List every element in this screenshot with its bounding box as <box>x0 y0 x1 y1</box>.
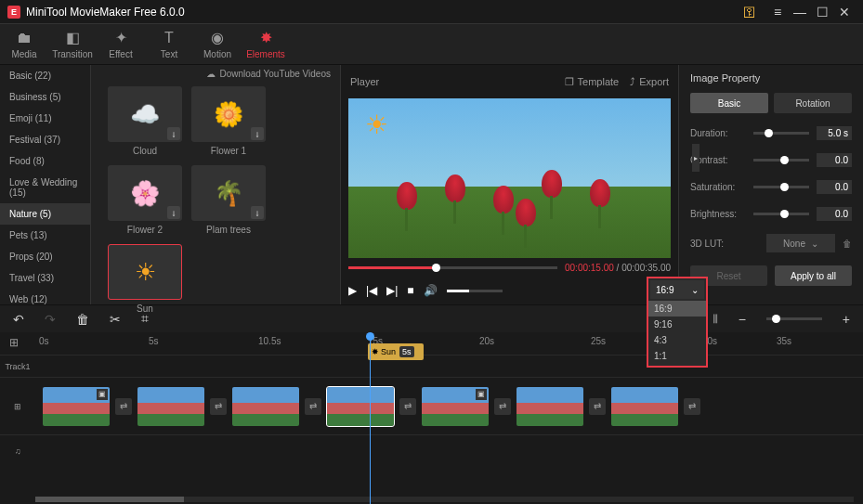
aspect-option-4-3[interactable]: 4:3 <box>648 332 706 348</box>
clip-2[interactable] <box>137 387 204 426</box>
player-title: Player <box>350 76 554 87</box>
close-button[interactable]: ✕ <box>833 3 856 21</box>
transition-slot[interactable]: ⇄ <box>305 398 321 415</box>
elements-panel: ☁Download YouTube Videos ☁️↓ Cloud 🌼↓ Fl… <box>91 65 340 304</box>
aspect-option-1-1[interactable]: 1:1 <box>648 348 706 364</box>
element-flower-1[interactable]: 🌼↓ Flower 1 <box>191 86 266 156</box>
transition-slot[interactable]: ⇄ <box>115 398 132 415</box>
tab-motion[interactable]: ◉Motion <box>193 24 242 65</box>
lut-select[interactable]: None⌄ <box>766 234 835 252</box>
contrast-slider[interactable] <box>753 159 809 162</box>
add-icon[interactable]: ↓ <box>167 127 180 140</box>
player-header: Player ❐Template ⤴Export <box>341 65 678 98</box>
tab-text[interactable]: TText <box>145 24 193 65</box>
transition-slot[interactable]: ⇄ <box>399 398 416 415</box>
aspect-ratio-dropdown[interactable]: 16:9⌄ 16:9 9:16 4:3 1:1 <box>647 277 708 368</box>
menu-icon[interactable]: ≡ <box>766 3 789 21</box>
app-logo: E <box>7 6 20 19</box>
crop-button[interactable]: ⌗ <box>141 311 149 327</box>
license-key-icon[interactable]: ⚿ <box>739 3 761 21</box>
brightness-label: Brightness: <box>690 209 746 219</box>
sidebar-item-food[interactable]: Food (8) <box>0 150 90 172</box>
prev-frame-button[interactable]: |◀ <box>366 284 377 297</box>
sidebar-item-business[interactable]: Business (5) <box>0 86 90 108</box>
ruler-toggle-icon[interactable]: ⊞ <box>9 336 19 349</box>
video-preview[interactable]: ☀ <box>348 98 671 258</box>
zoom-slider[interactable] <box>766 317 822 320</box>
download-youtube-link[interactable]: ☁Download YouTube Videos <box>91 65 340 83</box>
clip-6[interactable] <box>516 387 583 426</box>
playhead[interactable] <box>370 332 371 504</box>
next-frame-button[interactable]: ▶| <box>386 284 398 297</box>
duration-value[interactable]: 5.0 s <box>817 126 852 140</box>
sidebar-item-nature[interactable]: Nature (5) <box>0 203 90 225</box>
clip-4[interactable] <box>327 387 394 426</box>
transition-slot[interactable]: ⇄ <box>684 398 700 415</box>
volume-icon[interactable]: 🔊 <box>424 284 438 297</box>
split-button[interactable]: ✂ <box>110 312 121 327</box>
element-sun[interactable]: ☀ Sun <box>108 244 182 314</box>
sidebar-item-web[interactable]: Web (12) <box>0 289 90 304</box>
clip-5[interactable]: ▣ <box>422 387 489 426</box>
app-title: MiniTool MovieMaker Free 6.0.0 <box>26 6 739 19</box>
tab-effect[interactable]: ✦Effect <box>97 24 145 65</box>
current-time: 00:00:15.00 <box>565 263 614 273</box>
play-button[interactable]: ▶ <box>348 284 357 297</box>
minimize-button[interactable]: — <box>789 3 811 21</box>
aspect-option-16-9[interactable]: 16:9 <box>648 301 706 317</box>
titlebar: E MiniTool MovieMaker Free 6.0.0 ⚿ ≡ — ☐… <box>0 0 863 24</box>
apply-all-button[interactable]: Apply to all <box>775 265 852 286</box>
transition-slot[interactable]: ⇄ <box>589 398 606 415</box>
volume-slider[interactable] <box>447 290 503 292</box>
sidebar-item-love[interactable]: Love & Wedding (15) <box>0 172 90 203</box>
timeline-scrollbar[interactable] <box>35 497 854 502</box>
sidebar-item-travel[interactable]: Travel (33) <box>0 267 90 289</box>
delete-button[interactable]: 🗑 <box>76 312 89 327</box>
tab-elements[interactable]: ✸Elements <box>242 24 290 65</box>
contrast-value[interactable]: 0.0 <box>817 153 852 167</box>
sidebar-item-props[interactable]: Props (20) <box>0 246 90 267</box>
transition-slot[interactable]: ⇄ <box>494 398 511 415</box>
player-seek-bar[interactable]: 00:00:15.00 / 00:00:35.00 <box>341 258 678 277</box>
element-cloud[interactable]: ☁️↓ Cloud <box>108 86 182 156</box>
sidebar-item-basic[interactable]: Basic (22) <box>0 65 90 86</box>
tab-rotation[interactable]: Rotation <box>774 93 852 113</box>
redo-button[interactable]: ↷ <box>45 312 56 327</box>
aspect-ratio-select[interactable]: 16:9⌄ <box>650 280 704 299</box>
category-sidebar: Basic (22) Business (5) Emoji (11) Festi… <box>0 65 91 304</box>
tab-media[interactable]: 🖿Media <box>0 24 48 65</box>
stop-button[interactable]: ■ <box>407 284 413 297</box>
zoom-in-button[interactable]: + <box>843 312 850 327</box>
saturation-slider[interactable] <box>753 186 809 188</box>
element-palm-trees[interactable]: 🌴↓ Plam trees <box>191 165 266 235</box>
sidebar-item-pets[interactable]: Pets (13) <box>0 225 90 246</box>
duration-slider[interactable] <box>753 132 809 135</box>
sidebar-item-emoji[interactable]: Emoji (11) <box>0 108 90 129</box>
chevron-down-icon: ⌄ <box>691 285 699 295</box>
panel-expand-handle[interactable]: ▸ <box>692 144 700 172</box>
maximize-button[interactable]: ☐ <box>811 3 833 21</box>
clip-7[interactable] <box>611 387 678 426</box>
undo-button[interactable]: ↶ <box>13 312 24 327</box>
tab-basic[interactable]: Basic <box>690 93 768 113</box>
overlay-clip-sun[interactable]: ✸ Sun 5s <box>368 343 424 360</box>
clip-3[interactable] <box>232 387 299 426</box>
brightness-value[interactable]: 0.0 <box>817 207 852 221</box>
sidebar-item-festival[interactable]: Festival (37) <box>0 129 90 150</box>
element-grid: ☁️↓ Cloud 🌼↓ Flower 1 🌸↓ Flower 2 🌴↓ Pla… <box>91 83 340 317</box>
clip-1[interactable]: ▣ <box>43 387 110 426</box>
transition-slot[interactable]: ⇄ <box>210 398 227 415</box>
template-button[interactable]: ❐Template <box>565 76 620 88</box>
brightness-slider[interactable] <box>753 213 809 215</box>
add-icon[interactable]: ↓ <box>167 206 180 219</box>
speed-button[interactable]: ⫴ <box>713 311 718 327</box>
tab-transition[interactable]: ◧Transition <box>48 24 97 65</box>
aspect-option-9-16[interactable]: 9:16 <box>648 317 706 332</box>
add-icon[interactable]: ↓ <box>251 127 264 140</box>
export-button[interactable]: ⤴Export <box>630 76 669 87</box>
lut-delete-icon[interactable]: 🗑 <box>843 239 852 249</box>
zoom-out-button[interactable]: − <box>739 312 746 327</box>
add-icon[interactable]: ↓ <box>251 206 264 219</box>
saturation-value[interactable]: 0.0 <box>817 180 852 194</box>
element-flower-2[interactable]: 🌸↓ Flower 2 <box>108 165 182 235</box>
